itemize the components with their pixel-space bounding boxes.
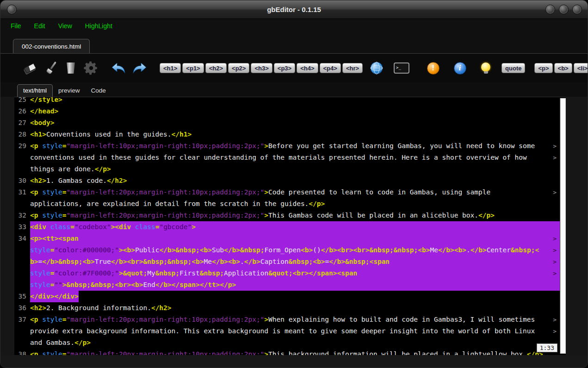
- document-tab[interactable]: 002-conventions.html: [13, 39, 90, 53]
- toolbar-button-hr[interactable]: <hr>: [342, 63, 363, 73]
- code-row[interactable]: 25</style>: [14, 97, 566, 106]
- delete-button[interactable]: [62, 59, 80, 77]
- warning-icon: [427, 62, 439, 75]
- wrap-indicator: >: [553, 268, 557, 279]
- maximize-button[interactable]: [559, 5, 569, 14]
- tab-code[interactable]: Code: [86, 85, 111, 97]
- minimize-button[interactable]: [545, 5, 555, 14]
- code-row[interactable]: 37<p style="margin-left:20px;margin-righ…: [14, 314, 566, 325]
- warning-button[interactable]: [424, 59, 442, 77]
- code-row[interactable]: 38<p style="margin-left:20px;margin-righ…: [14, 349, 566, 355]
- line-number: [14, 198, 30, 210]
- window-menu-button[interactable]: [7, 5, 17, 14]
- code-row[interactable]: applications, are explained in detail fr…: [14, 198, 566, 210]
- brush-button[interactable]: [41, 59, 60, 77]
- info-button[interactable]: [451, 59, 469, 77]
- line-number: [14, 268, 30, 279]
- toolbar-button-p4[interactable]: <p4>: [320, 63, 341, 73]
- settings-button[interactable]: [82, 59, 100, 77]
- toolbar-button-p3[interactable]: <p3>: [274, 63, 295, 73]
- tab-text-html[interactable]: text/html: [17, 84, 53, 97]
- browser-button[interactable]: [367, 59, 386, 77]
- code-row[interactable]: b>=</b>&nbsp;<b>True</b><br>&nbsp;&nbsp;…: [14, 256, 566, 268]
- redo-icon: [131, 61, 148, 75]
- code-row[interactable]: 26</head>: [14, 106, 566, 117]
- title-bar: gbEditor - 0.1.15: [0, 0, 588, 19]
- wrap-indicator: >: [553, 325, 557, 337]
- code-row[interactable]: 30<h2>1. Gambas code.</h2>: [14, 175, 566, 187]
- menu-edit[interactable]: Edit: [34, 22, 45, 30]
- wrap-indicator: >: [553, 256, 557, 268]
- code-row[interactable]: 27<body>: [14, 117, 566, 129]
- code-row[interactable]: 29<p style="margin-left:10px;margin-righ…: [14, 140, 566, 152]
- cursor-position: 1:33: [537, 343, 557, 352]
- code-area[interactable]: 25</style>26</head>27<body>28<h1>Convent…: [14, 97, 566, 355]
- scrollbar-thumb[interactable]: [560, 98, 566, 354]
- toolbar-button-h2[interactable]: <h2>: [205, 63, 227, 73]
- wrap-indicator: >: [553, 244, 557, 256]
- toolbar-button-p1[interactable]: <p1>: [182, 63, 204, 73]
- toolbar-button-p2[interactable]: <p2>: [228, 63, 249, 73]
- code-row[interactable]: 31<p style="margin-left:20px;margin-righ…: [14, 187, 566, 198]
- code-row[interactable]: style="color:#000000;"><b>Public</b>&nbs…: [14, 244, 566, 256]
- wrap-indicator: >: [553, 314, 557, 325]
- close-button[interactable]: [572, 5, 582, 14]
- code-row[interactable]: 34<p><tt><span>: [14, 233, 566, 244]
- code-row[interactable]: 36<h2>2. Background information.</h2>: [14, 302, 566, 314]
- line-number: 27: [14, 117, 30, 129]
- code-line: things are done.</p>: [30, 163, 566, 175]
- menu-file[interactable]: File: [11, 22, 21, 30]
- toolbar-button-li[interactable]: <li>: [574, 63, 588, 73]
- window-title: gbEditor - 0.1.15: [0, 6, 588, 13]
- line-number: 26: [14, 106, 30, 117]
- code-line: <p style="margin-left:20px;margin-right:…: [30, 210, 566, 221]
- toolbar-button-h3[interactable]: <h3>: [251, 63, 272, 73]
- toolbar-button-b[interactable]: <b>: [554, 63, 572, 73]
- code-line: <p style="margin-left:20px;margin-right:…: [30, 349, 566, 355]
- code-row[interactable]: 32<p style="margin-left:20px;margin-righ…: [14, 210, 566, 221]
- menu-highlight[interactable]: HighLight: [85, 22, 112, 30]
- code-line: style="">&nbsp;&nbsp;<br><b>End</b></spa…: [30, 279, 566, 291]
- code-line: </style>: [30, 97, 566, 106]
- terminal-button[interactable]: [392, 59, 411, 77]
- undo-button[interactable]: [110, 59, 128, 77]
- toolbar-button-p[interactable]: <p>: [534, 63, 552, 73]
- code-line: applications, are explained in detail fr…: [30, 198, 566, 210]
- menu-view[interactable]: View: [58, 22, 72, 30]
- redo-button[interactable]: [130, 59, 149, 77]
- code-row[interactable]: 35</div></div>: [14, 291, 566, 302]
- code-row[interactable]: 28<h1>Conventions used in the guides.</h…: [14, 129, 566, 140]
- toolbar-button-h4[interactable]: <h4>: [297, 63, 318, 73]
- clear-button[interactable]: [21, 59, 39, 77]
- trash-icon: [66, 62, 75, 74]
- code-line: <p style="margin-left:20px;margin-right:…: [30, 314, 566, 325]
- undo-icon: [111, 61, 127, 75]
- code-line: b>=</b>&nbsp;<b>True</b><br>&nbsp;&nbsp;…: [30, 256, 566, 268]
- code-line: <p style="margin-left:10px;margin-right:…: [30, 140, 566, 152]
- editor[interactable]: 25</style>26</head>27<body>28<h1>Convent…: [14, 97, 566, 355]
- code-line: <div class="codebox"><div class="gbcode"…: [30, 221, 566, 233]
- toolbar-button-h1[interactable]: <h1>: [160, 63, 181, 73]
- code-row[interactable]: style="">&nbsp;&nbsp;<br><b>End</b></spa…: [14, 279, 566, 291]
- wrap-indicator: >: [553, 187, 557, 198]
- line-number: 25: [14, 97, 30, 106]
- line-number: [14, 152, 30, 163]
- code-row[interactable]: conventions used in these guides for cle…: [14, 152, 566, 163]
- code-row[interactable]: provide extra background information. Th…: [14, 325, 566, 337]
- gear-icon: [83, 60, 99, 76]
- format-button-group: <h1><p1><h2><p2><h3><p3><h4><p4><hr>: [160, 63, 363, 73]
- code-row[interactable]: things are done.</p>: [14, 163, 566, 175]
- quote-button[interactable]: quote: [501, 63, 525, 73]
- code-row[interactable]: style="color:#7F0000;">&quot;My&nbsp;Fir…: [14, 268, 566, 279]
- line-number: 36: [14, 302, 30, 314]
- line-number: 28: [14, 129, 30, 140]
- tab-preview[interactable]: preview: [53, 85, 86, 97]
- tip-button[interactable]: [477, 59, 495, 77]
- paintbrush-icon: [43, 61, 57, 75]
- code-row[interactable]: and Gambas.</p>: [14, 337, 566, 349]
- vertical-scrollbar[interactable]: [560, 98, 566, 354]
- code-line: </head>: [30, 106, 566, 117]
- code-row[interactable]: 33<div class="codebox"><div class="gbcod…: [14, 221, 566, 233]
- globe-icon: [369, 61, 384, 75]
- line-number: 34: [14, 233, 30, 244]
